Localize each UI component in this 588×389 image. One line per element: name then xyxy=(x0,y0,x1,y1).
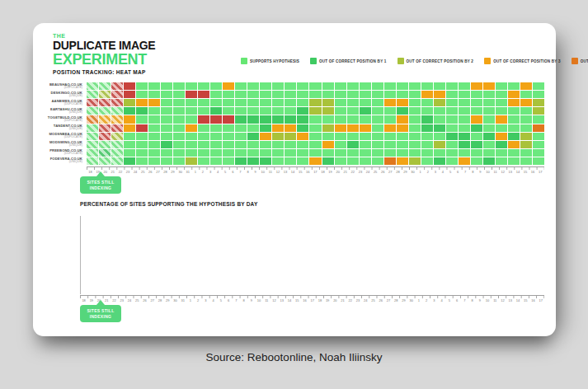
heatmap-cell xyxy=(459,133,470,140)
heatmap-cell xyxy=(496,149,507,157)
day-tick-label: 6 xyxy=(453,298,460,303)
heatmap-cell xyxy=(372,157,383,165)
heatmap-cell xyxy=(161,82,172,90)
heatmap-cell xyxy=(186,149,197,157)
heatmap-cell xyxy=(136,115,148,123)
heatmap-cell xyxy=(285,141,296,148)
heatmap-cell xyxy=(533,133,544,140)
day-tick-label: 13 xyxy=(281,170,289,175)
heatmap-cell xyxy=(409,157,421,165)
day-tick-label: 25 xyxy=(134,298,141,303)
heatmap-cell xyxy=(409,124,421,132)
heatmap-cell xyxy=(520,124,532,132)
heatmap-cell xyxy=(459,157,470,165)
heatmap-cell xyxy=(335,124,346,132)
heatmap-cell xyxy=(235,124,247,132)
day-tick-label: 15 xyxy=(521,170,529,175)
heatmap-cell xyxy=(483,107,495,115)
heatmap-cell xyxy=(496,99,507,106)
heatmap-cell xyxy=(99,149,111,157)
heatmap-cell xyxy=(173,133,185,140)
heatmap-cell xyxy=(459,149,470,157)
heatmap-cell xyxy=(496,157,507,165)
heatmap-cell xyxy=(272,107,284,115)
heatmap-cell xyxy=(247,157,259,165)
heatmap-cell xyxy=(186,82,197,90)
heatmap-cell xyxy=(459,141,470,148)
heatmap-cell xyxy=(372,91,383,98)
site-type: (UNIQUE) xyxy=(69,144,82,148)
heatmap-cell xyxy=(384,99,396,106)
heatmap-cell xyxy=(471,124,482,132)
heatmap-cell xyxy=(223,91,234,98)
heatmap-cell xyxy=(285,91,296,98)
heatmap-cell xyxy=(335,157,346,165)
heatmap-cell xyxy=(148,124,160,132)
heatmap-cell xyxy=(272,91,284,98)
day-tick-label: 7 xyxy=(461,298,468,303)
heatmap-cell xyxy=(87,133,98,140)
heatmap-cell xyxy=(111,124,123,132)
site-type: (DUPLICATE) xyxy=(64,136,82,139)
heatmap-cell xyxy=(409,141,421,148)
heatmap-cell xyxy=(397,99,408,106)
heatmap-cell xyxy=(409,149,421,157)
heatmap-cell xyxy=(173,157,185,165)
day-tick-label: 2 xyxy=(195,298,202,303)
heatmap-cell xyxy=(111,133,123,140)
heatmap-cell xyxy=(322,107,334,115)
heatmap-cell xyxy=(161,99,172,106)
heatmap-cell xyxy=(173,124,185,132)
day-tick-label: 13 xyxy=(278,298,285,303)
badge-label-line1: SITES STILL xyxy=(82,180,120,185)
heatmap-cell xyxy=(471,149,482,157)
heatmap-cell xyxy=(496,141,507,148)
day-tick-label: 12 xyxy=(499,170,506,175)
heatmap-cell xyxy=(322,82,334,90)
heatmap-cell xyxy=(421,91,433,98)
heatmap-cell xyxy=(198,141,209,148)
heatmap-cell xyxy=(409,115,421,123)
day-tick-label: 22 xyxy=(349,170,356,175)
day-tick-label: 16 xyxy=(301,298,308,303)
heatmap-cell xyxy=(124,157,135,165)
day-tick-label: 25 xyxy=(139,170,147,175)
heatmap-cell xyxy=(235,157,247,165)
heatmap-cell xyxy=(309,124,321,132)
heatmap-cell xyxy=(459,91,470,98)
heatmap-cell xyxy=(247,107,259,115)
site-type: (UNIQUE) xyxy=(69,161,82,164)
heatmap-cell xyxy=(235,149,247,157)
heatmap-cell xyxy=(124,124,135,132)
heatmap-cell xyxy=(520,115,532,123)
heatmap-cell xyxy=(223,124,234,132)
heatmap-cell xyxy=(87,91,98,98)
heatmap-cell xyxy=(483,141,495,148)
heatmap-cell xyxy=(520,133,532,140)
day-tick-label: 31 xyxy=(184,170,191,175)
heatmap-cell xyxy=(272,82,284,90)
heatmap-cell xyxy=(384,115,396,123)
heatmap-cell xyxy=(409,99,421,106)
heatmap-cell xyxy=(421,157,433,165)
day-tick-label: 4 xyxy=(439,170,446,175)
heatmap-cell xyxy=(124,149,135,157)
heatmap-cell xyxy=(198,82,209,90)
heatmap-cell xyxy=(421,133,433,140)
heatmap-cell xyxy=(471,91,482,98)
day-tick-label: 7 xyxy=(462,170,469,175)
heatmap-cell xyxy=(198,91,209,98)
heatmap-cell xyxy=(384,141,396,148)
day-tick-label: 27 xyxy=(148,298,156,303)
infographic-stage: THE DUPLICATE IMAGE EXPERIMENT POSITION … xyxy=(0,0,588,389)
heatmap-cell xyxy=(247,82,259,90)
heatmap-cell xyxy=(508,99,520,106)
heatmap-cell xyxy=(446,91,458,98)
heatmap-cell xyxy=(136,107,148,115)
heatmap-cell xyxy=(247,149,259,157)
day-tick-label: 13 xyxy=(506,298,514,303)
heatmap-row-label: MODSNBEA.CO.UK(DUPLICATE) xyxy=(41,132,85,140)
heatmap-cell xyxy=(483,133,495,140)
day-tick-label: 1 xyxy=(191,170,199,175)
heatmap-cell xyxy=(496,133,507,140)
